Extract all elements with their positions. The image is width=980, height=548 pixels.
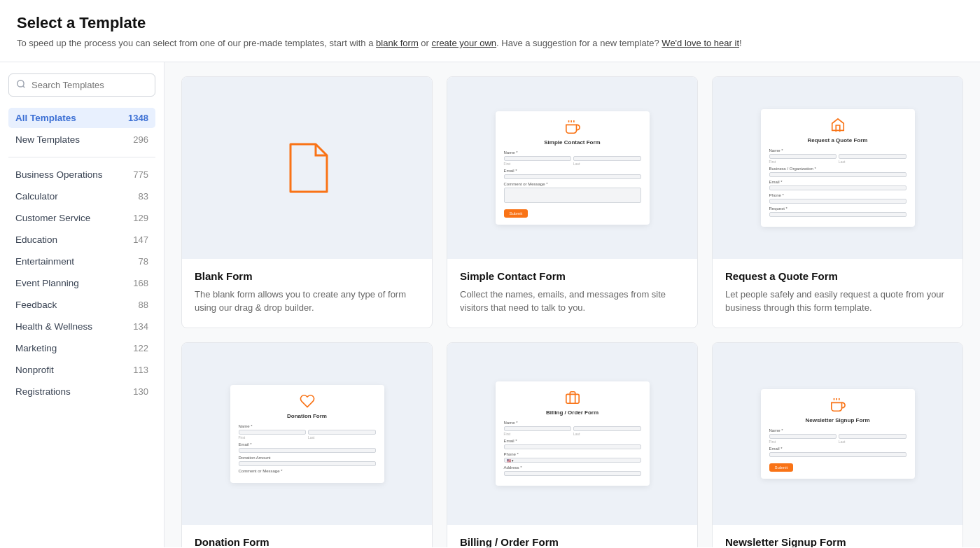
nav-new-templates[interactable]: New Templates 296 bbox=[8, 129, 155, 150]
nav-new-templates-count: 296 bbox=[133, 134, 148, 145]
categories-list: Business Operations775Calculator83Custom… bbox=[8, 164, 155, 402]
card-preview-billing-order: Billing / Order Form Name * First Last E… bbox=[447, 343, 697, 525]
card-desc-blank: The blank form allows you to create any … bbox=[195, 288, 419, 315]
category-count: 122 bbox=[133, 343, 148, 353]
category-count: 83 bbox=[139, 191, 148, 202]
hear-link[interactable]: We'd love to hear it bbox=[662, 38, 739, 48]
card-title-donation: Donation Form bbox=[195, 536, 419, 547]
main-layout: All Templates 1348 New Templates 296 Bus… bbox=[0, 62, 980, 547]
sidebar-item-customer-service[interactable]: Customer Service129 bbox=[8, 208, 155, 228]
template-card-simple-contact[interactable]: Simple Contact Form Name * First Last Em… bbox=[447, 76, 698, 328]
blank-form-link[interactable]: blank form bbox=[376, 38, 419, 48]
exclamation: ! bbox=[739, 38, 742, 48]
category-count: 129 bbox=[133, 213, 148, 223]
svg-marker-5 bbox=[832, 118, 844, 130]
category-label: Feedback bbox=[15, 300, 57, 310]
suggestion-text: . Have a suggestion for a new template? bbox=[496, 38, 662, 48]
svg-rect-6 bbox=[566, 394, 578, 403]
card-title-blank: Blank Form bbox=[195, 270, 419, 282]
create-own-link[interactable]: create your own bbox=[432, 38, 497, 48]
card-preview-simple-contact: Simple Contact Form Name * First Last Em… bbox=[447, 77, 697, 259]
category-count: 168 bbox=[133, 278, 148, 288]
svg-point-0 bbox=[18, 80, 24, 86]
card-body-blank: Blank Form The blank form allows you to … bbox=[182, 259, 432, 328]
card-desc-simple-contact: Collect the names, emails, and messages … bbox=[460, 288, 685, 315]
sidebar-item-health--wellness[interactable]: Health & Wellness134 bbox=[8, 316, 155, 337]
card-title-billing-order: Billing / Order Form bbox=[460, 536, 685, 547]
card-body-request-quote: Request a Quote Form Let people safely a… bbox=[713, 259, 962, 328]
sidebar-item-registrations[interactable]: Registrations130 bbox=[8, 381, 155, 402]
main-content: Blank Form The blank form allows you to … bbox=[164, 62, 980, 547]
card-preview-request-quote: Request a Quote Form Name * First Last B… bbox=[713, 77, 962, 259]
sidebar-item-calculator[interactable]: Calculator83 bbox=[8, 186, 155, 206]
category-count: 88 bbox=[139, 300, 148, 310]
sidebar-item-feedback[interactable]: Feedback88 bbox=[8, 295, 155, 315]
nav-all-templates[interactable]: All Templates 1348 bbox=[8, 108, 155, 128]
category-count: 113 bbox=[133, 365, 148, 375]
nav-new-templates-label: New Templates bbox=[15, 134, 80, 145]
card-body-donation: Donation Form Accept online donations ea… bbox=[182, 525, 432, 547]
card-preview-newsletter-signup: Newsletter Signup Form Name * First Last… bbox=[713, 343, 962, 525]
search-icon bbox=[16, 79, 26, 91]
category-label: Marketing bbox=[15, 343, 57, 353]
sidebar-item-business-operations[interactable]: Business Operations775 bbox=[8, 164, 155, 185]
category-label: Entertainment bbox=[15, 256, 74, 267]
sidebar-item-education[interactable]: Education147 bbox=[8, 230, 155, 250]
card-title-request-quote: Request a Quote Form bbox=[725, 270, 950, 282]
category-count: 134 bbox=[133, 321, 148, 332]
category-label: Nonprofit bbox=[15, 365, 54, 375]
category-label: Health & Wellness bbox=[15, 321, 92, 332]
or-text: or bbox=[419, 38, 432, 48]
card-body-newsletter-signup: Newsletter Signup Form Grow your mailing… bbox=[713, 525, 962, 547]
page-description: To speed up the process you can select f… bbox=[17, 36, 963, 50]
category-count: 130 bbox=[133, 386, 148, 397]
template-card-newsletter-signup[interactable]: Newsletter Signup Form Name * First Last… bbox=[712, 342, 963, 547]
category-label: Customer Service bbox=[15, 213, 90, 223]
sidebar-item-event-planning[interactable]: Event Planning168 bbox=[8, 273, 155, 293]
card-preview-blank bbox=[182, 77, 432, 259]
sidebar-item-entertainment[interactable]: Entertainment78 bbox=[8, 251, 155, 272]
templates-grid: Blank Form The blank form allows you to … bbox=[181, 76, 963, 547]
svg-line-1 bbox=[23, 85, 25, 87]
nav-all-templates-count: 1348 bbox=[128, 113, 148, 123]
sidebar-item-nonprofit[interactable]: Nonprofit113 bbox=[8, 360, 155, 380]
category-label: Registrations bbox=[15, 386, 71, 397]
nav-all-templates-label: All Templates bbox=[15, 113, 76, 123]
card-preview-donation: Donation Form Name * First Last Email *D… bbox=[182, 343, 432, 525]
page-title: Select a Template bbox=[17, 14, 963, 32]
page-wrapper: Select a Template To speed up the proces… bbox=[0, 0, 980, 548]
card-title-newsletter-signup: Newsletter Signup Form bbox=[725, 536, 950, 547]
card-body-billing-order: Billing / Order Form Collect billing and… bbox=[447, 525, 697, 547]
card-desc-request-quote: Let people safely and easily request a q… bbox=[725, 288, 950, 315]
category-label: Calculator bbox=[15, 191, 58, 202]
card-title-simple-contact: Simple Contact Form bbox=[460, 270, 685, 282]
sidebar-item-marketing[interactable]: Marketing122 bbox=[8, 338, 155, 358]
page-header: Select a Template To speed up the proces… bbox=[0, 0, 980, 62]
card-body-simple-contact: Simple Contact Form Collect the names, e… bbox=[447, 259, 697, 328]
category-count: 147 bbox=[133, 234, 148, 245]
sidebar: All Templates 1348 New Templates 296 Bus… bbox=[0, 62, 164, 547]
category-label: Event Planning bbox=[15, 278, 79, 288]
sidebar-divider bbox=[8, 157, 155, 157]
category-label: Education bbox=[15, 234, 57, 245]
template-card-billing-order[interactable]: Billing / Order Form Name * First Last E… bbox=[447, 342, 698, 547]
search-input[interactable] bbox=[31, 80, 148, 90]
template-card-donation[interactable]: Donation Form Name * First Last Email *D… bbox=[181, 342, 433, 547]
category-count: 78 bbox=[139, 256, 148, 267]
category-count: 775 bbox=[133, 169, 148, 180]
template-card-request-quote[interactable]: Request a Quote Form Name * First Last B… bbox=[712, 76, 963, 328]
category-label: Business Operations bbox=[15, 169, 103, 180]
search-box[interactable] bbox=[8, 73, 155, 97]
description-text: To speed up the process you can select f… bbox=[17, 38, 376, 48]
template-card-blank[interactable]: Blank Form The blank form allows you to … bbox=[181, 76, 433, 328]
